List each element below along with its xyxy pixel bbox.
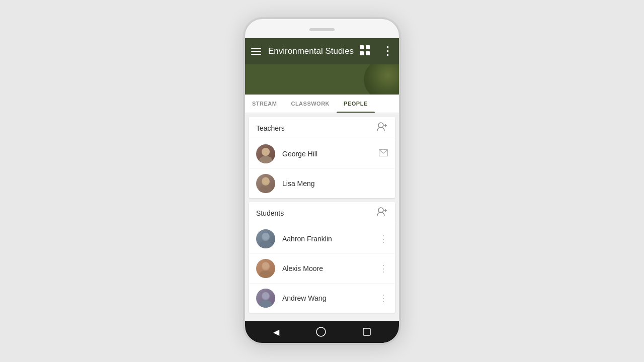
svg-point-27 — [259, 300, 272, 308]
student-row-aahron: Aahron Franklin ⋮ — [249, 224, 395, 254]
phone-frame: Environmental Studies ⋮ STREAM CLASSWORK… — [244, 18, 400, 344]
students-header: Students — [249, 202, 395, 224]
students-section: Students — [249, 202, 395, 313]
svg-point-15 — [259, 186, 272, 193]
avatar-alexis — [256, 259, 275, 278]
svg-rect-1 — [251, 51, 261, 52]
content-area: Teachers — [245, 113, 399, 321]
grid-icon[interactable] — [360, 45, 370, 58]
student-row-andrew: Andrew Wang ⋮ — [249, 284, 395, 313]
phone-speaker — [309, 28, 335, 31]
tab-stream[interactable]: STREAM — [245, 95, 284, 113]
screen: Environmental Studies ⋮ STREAM CLASSWORK… — [245, 38, 399, 343]
teacher-row-lisa: Lisa Meng — [249, 169, 395, 198]
student-name-alexis: Alexis Moore — [282, 264, 379, 273]
svg-point-29 — [316, 327, 326, 336]
tabs-bar: STREAM CLASSWORK PEOPLE — [245, 95, 399, 113]
svg-point-16 — [262, 177, 269, 184]
tab-classwork[interactable]: CLASSWORK — [284, 95, 337, 113]
back-button[interactable]: ◀ — [273, 327, 279, 337]
banner-globe — [364, 64, 399, 95]
avatar-andrew — [256, 289, 275, 308]
student-name-aahron: Aahron Franklin — [282, 235, 379, 243]
svg-point-25 — [262, 262, 269, 269]
tab-people[interactable]: PEOPLE — [337, 95, 375, 113]
more-options-icon[interactable]: ⋮ — [382, 46, 393, 57]
more-icon-andrew[interactable]: ⋮ — [379, 293, 388, 304]
svg-point-24 — [259, 270, 272, 278]
avatar-george — [256, 144, 275, 163]
svg-rect-0 — [251, 48, 261, 49]
svg-rect-5 — [360, 51, 364, 55]
svg-rect-2 — [251, 54, 261, 55]
teacher-name-lisa: Lisa Meng — [282, 179, 388, 188]
svg-point-12 — [262, 148, 270, 156]
recents-button[interactable] — [363, 328, 371, 336]
svg-rect-30 — [363, 328, 370, 335]
app-header: Environmental Studies ⋮ — [245, 38, 399, 64]
svg-rect-6 — [366, 51, 370, 55]
teacher-name-george: George Hill — [282, 150, 379, 158]
svg-point-28 — [262, 292, 269, 299]
banner — [245, 64, 399, 95]
student-name-andrew: Andrew Wang — [282, 294, 379, 302]
svg-point-22 — [262, 233, 269, 240]
add-student-icon[interactable] — [377, 207, 388, 219]
students-title: Students — [256, 209, 284, 217]
bottom-nav: ◀ — [245, 321, 399, 343]
more-icon-aahron[interactable]: ⋮ — [379, 233, 388, 244]
home-button[interactable] — [316, 327, 326, 337]
teachers-section: Teachers — [249, 117, 395, 198]
svg-rect-3 — [360, 45, 364, 49]
student-row-alexis: Alexis Moore ⋮ — [249, 254, 395, 284]
teachers-header: Teachers — [249, 117, 395, 139]
menu-icon[interactable] — [251, 46, 261, 57]
teacher-row-george: George Hill — [249, 139, 395, 169]
more-icon-alexis[interactable]: ⋮ — [379, 263, 388, 274]
teachers-title: Teachers — [256, 124, 285, 132]
avatar-aahron — [256, 229, 275, 248]
avatar-lisa — [256, 174, 275, 193]
email-icon-george[interactable] — [379, 149, 388, 158]
app-title: Environmental Studies — [268, 46, 360, 56]
add-teacher-icon[interactable] — [377, 122, 388, 134]
svg-point-21 — [259, 241, 272, 248]
svg-point-11 — [259, 156, 272, 163]
svg-rect-4 — [366, 45, 370, 49]
